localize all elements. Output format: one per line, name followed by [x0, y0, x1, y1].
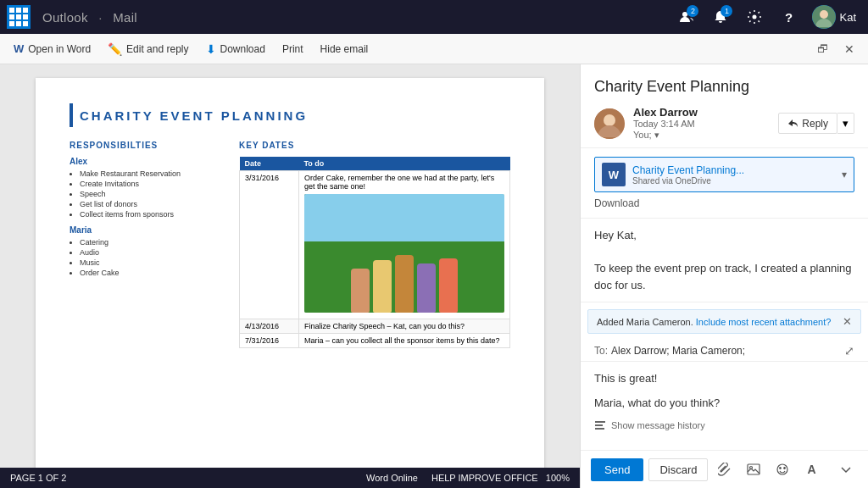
- maria-tasks: Catering Audio Music Order Cake: [70, 238, 222, 277]
- reply-compose[interactable]: This is great! Maria, what do you think?…: [581, 362, 868, 450]
- word-icon: W: [602, 163, 626, 186]
- compose-line-2: Maria, what do you think?: [594, 395, 854, 413]
- person-alex: Alex: [70, 157, 222, 166]
- party-photo: [304, 194, 504, 313]
- sender-row: Alex Darrow Today 3:14 AM You; ▾ Reply ▾: [594, 106, 854, 141]
- svg-rect-8: [595, 424, 603, 426]
- email-body: Hey Kat, To keep the event prep on track…: [581, 219, 868, 302]
- more-options-button[interactable]: [834, 458, 858, 481]
- emoji-button[interactable]: [771, 458, 794, 481]
- email-greeting: Hey Kat,: [594, 227, 854, 244]
- close-button[interactable]: ✕: [837, 37, 861, 61]
- reply-group: Reply ▾: [778, 113, 854, 134]
- todo-cell: Finalize Charity Speech – Kat, can you d…: [299, 319, 510, 334]
- responsibilities-section: RESPONSIBILTIES Alex Make Restaurant Res…: [70, 141, 222, 348]
- edit-icon: ✏️: [108, 42, 122, 56]
- document-toolbar: W Open in Word ✏️ Edit and reply ⬇ Downl…: [0, 34, 868, 64]
- gear-button[interactable]: [739, 2, 770, 32]
- reply-button[interactable]: Reply: [778, 113, 837, 134]
- todo-cell: Order Cake, remember the one we had at t…: [299, 171, 510, 319]
- table-row: 3/31/2016 Order Cake, remember the one w…: [240, 171, 510, 319]
- task-item: Make Restaurant Reservation: [80, 169, 222, 178]
- attach-button[interactable]: [713, 458, 737, 481]
- accent-bar: [70, 103, 73, 127]
- attachment-name: Charity Event Planning...: [632, 164, 842, 176]
- key-dates-table: Date To do 3/31/2016 Order Cake, remembe…: [239, 157, 510, 348]
- message-history-label: Show message history: [611, 420, 705, 430]
- svg-point-4: [820, 10, 828, 19]
- image-button[interactable]: [742, 458, 765, 481]
- attachment-info: Charity Event Planning... Shared via One…: [632, 164, 842, 186]
- people-button[interactable]: 2: [671, 2, 702, 32]
- svg-point-14: [784, 468, 786, 469]
- task-item: Catering: [80, 238, 222, 247]
- print-button[interactable]: Print: [275, 40, 310, 58]
- inline-reply: Added Maria Cameron. Include most recent…: [581, 302, 868, 488]
- hide-email-button[interactable]: Hide email: [314, 40, 376, 58]
- reply-to-row: To: Alex Darrow; Maria Cameron; ⤢: [581, 341, 868, 362]
- word-icon: W: [14, 42, 24, 55]
- key-dates-title: KEY DATES: [239, 141, 510, 150]
- document-area: CHARITY EVENT PLANNING RESPONSIBILTIES A…: [0, 64, 580, 488]
- document-scroll[interactable]: CHARITY EVENT PLANNING RESPONSIBILTIES A…: [0, 64, 580, 468]
- alex-tasks: Make Restaurant Reservation Create Invit…: [70, 169, 222, 219]
- sender-to: You; ▾: [633, 130, 770, 141]
- title-bar: Outlook · Mail 2 1 ? Kat: [0, 0, 868, 34]
- download-icon: ⬇: [206, 42, 216, 56]
- email-body-text: To keep the event prep on track, I creat…: [594, 260, 854, 293]
- reply-recipients[interactable]: Alex Darrow; Maria Cameron;: [611, 345, 745, 357]
- message-history-row[interactable]: Show message history: [594, 419, 854, 431]
- todo-cell: Maria – can you collect all the sponsor …: [299, 334, 510, 348]
- svg-point-6: [604, 114, 615, 126]
- download-button[interactable]: ⬇ Download: [199, 39, 272, 59]
- attachment-expand-button[interactable]: ▾: [842, 169, 847, 180]
- key-dates-section: KEY DATES Date To do 3/31/2016: [239, 141, 510, 348]
- email-panel: Charity Event Planning Alex Darrow Today…: [580, 64, 868, 488]
- attachment-card[interactable]: W Charity Event Planning... Shared via O…: [594, 157, 854, 192]
- recipients-expand[interactable]: ▾: [654, 130, 659, 140]
- download-link[interactable]: Download: [594, 197, 854, 209]
- discard-button[interactable]: Discard: [648, 458, 708, 481]
- col-date: Date: [240, 157, 299, 171]
- avatar: [812, 5, 836, 29]
- edit-and-reply-button[interactable]: ✏️ Edit and reply: [101, 39, 195, 59]
- table-row: 7/31/2016 Maria – can you collect all th…: [240, 334, 510, 348]
- date-cell: 7/31/2016: [240, 334, 299, 348]
- task-item: Get list of donors: [80, 200, 222, 208]
- bell-button[interactable]: 1: [705, 2, 736, 32]
- notification-link[interactable]: Include most recent attachment?: [696, 317, 832, 327]
- expand-button[interactable]: ⤢: [844, 344, 854, 358]
- app-grid-button[interactable]: [7, 5, 31, 29]
- reply-dropdown-button[interactable]: ▾: [837, 113, 854, 134]
- restore-button[interactable]: 🗗: [810, 37, 834, 61]
- app-name: Outlook · Mail: [39, 10, 141, 25]
- compose-line-1: This is great!: [594, 370, 854, 388]
- task-item: Speech: [80, 190, 222, 198]
- font-button[interactable]: A: [799, 458, 823, 481]
- task-item: Audio: [80, 248, 222, 257]
- task-item: Create Invitations: [80, 180, 222, 188]
- svg-point-13: [780, 468, 782, 469]
- person-maria: Maria: [70, 225, 222, 235]
- user-avatar-button[interactable]: Kat: [807, 2, 861, 32]
- status-bar: PAGE 1 OF 2 Word Online HELP IMPROVE OFF…: [0, 468, 580, 488]
- doc-header: CHARITY EVENT PLANNING: [70, 103, 510, 127]
- bell-badge: 1: [721, 5, 732, 17]
- help-button[interactable]: ?: [773, 2, 804, 32]
- people-badge: 2: [687, 5, 698, 17]
- to-label: To:: [594, 345, 608, 357]
- sender-info: Alex Darrow Today 3:14 AM You; ▾: [633, 106, 770, 141]
- main-content: CHARITY EVENT PLANNING RESPONSIBILTIES A…: [0, 64, 868, 488]
- notification-text: Added Maria Cameron.: [597, 317, 693, 327]
- svg-rect-9: [595, 428, 604, 430]
- email-header: Charity Event Planning Alex Darrow Today…: [581, 64, 868, 148]
- sender-name: Alex Darrow: [633, 106, 770, 119]
- open-in-word-button[interactable]: W Open in Word: [7, 39, 97, 58]
- svg-rect-7: [595, 421, 605, 423]
- responsibilities-title: RESPONSIBILTIES: [70, 141, 222, 150]
- sender-time: Today 3:14 AM: [633, 119, 770, 129]
- notification-close[interactable]: ✕: [843, 315, 852, 328]
- send-button[interactable]: Send: [591, 458, 643, 481]
- email-subject: Charity Event Planning: [594, 78, 854, 96]
- date-cell: 3/31/2016: [240, 171, 299, 319]
